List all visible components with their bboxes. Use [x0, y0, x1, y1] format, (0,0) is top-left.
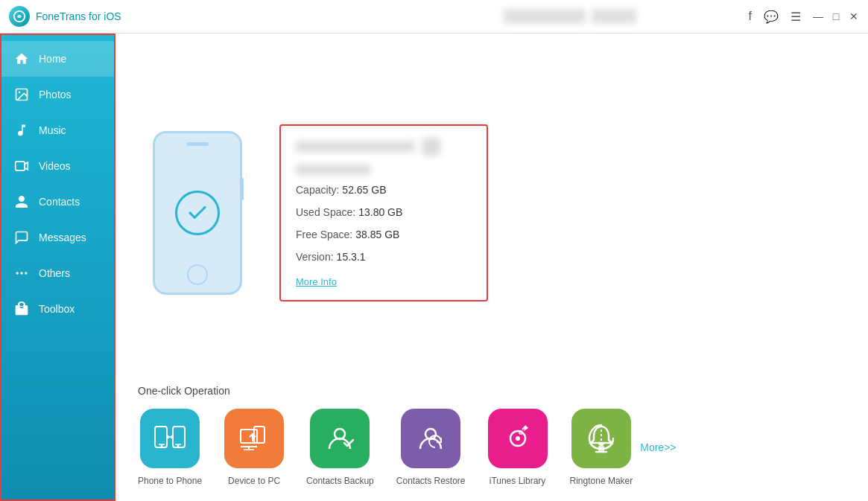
op-itunes-library[interactable]: iTunes Library — [488, 409, 548, 486]
phone-connected-indicator — [175, 191, 220, 235]
capacity-value: 52.65 GB — [342, 184, 386, 196]
app-logo — [9, 6, 30, 27]
op-contacts-backup-icon — [310, 409, 370, 468]
device-section: Capacity: 52.65 GB Used Space: 13.80 GB … — [138, 48, 846, 377]
capacity-row: Capacity: 52.65 GB — [296, 184, 472, 196]
sidebar-item-others-label: Others — [39, 267, 70, 279]
svg-point-4 — [16, 272, 19, 274]
sidebar-item-music-label: Music — [39, 124, 66, 136]
op-device-to-pc[interactable]: Device to PC — [224, 409, 284, 486]
svg-rect-3 — [16, 162, 25, 170]
sidebar-item-toolbox-label: Toolbox — [39, 303, 75, 315]
others-icon — [13, 265, 30, 281]
free-space-value: 38.85 GB — [355, 229, 399, 240]
window-controls: f 💬 ☰ — □ ✕ — [749, 10, 859, 24]
sidebar-item-others[interactable]: Others — [1, 255, 114, 291]
free-space-label: Free Space: — [296, 229, 352, 240]
op-itunes-library-icon — [488, 409, 548, 468]
svg-point-2 — [19, 92, 20, 94]
device-detail-blur — [296, 165, 370, 175]
op-contacts-restore[interactable]: Contacts Restore — [396, 409, 466, 486]
operations-section: One-click Operation — [138, 377, 846, 486]
svg-point-5 — [20, 272, 22, 274]
more-info-link[interactable]: More Info — [296, 276, 337, 287]
svg-point-11 — [161, 445, 163, 447]
device-name-blur — [296, 141, 415, 152]
app-title: FoneTrans for iOS — [36, 10, 392, 22]
operation-grid: Phone to Phone — [138, 409, 633, 486]
svg-point-22 — [516, 436, 520, 441]
chat-icon[interactable]: 💬 — [764, 10, 779, 24]
sidebar: Home Photos Music — [0, 33, 115, 501]
sidebar-item-photos[interactable]: Photos — [1, 77, 114, 112]
os-window-controls: — □ ✕ — [813, 11, 859, 22]
device-info-header — [296, 138, 472, 156]
maximize-button[interactable]: □ — [831, 11, 841, 22]
op-ringtone-maker-label: Ringtone Maker — [570, 476, 633, 486]
minimize-button[interactable]: — — [813, 11, 823, 22]
content-area: Capacity: 52.65 GB Used Space: 13.80 GB … — [115, 33, 868, 501]
version-row: Version: 15.3.1 — [296, 251, 472, 263]
used-space-value: 13.80 GB — [358, 206, 402, 218]
facebook-icon[interactable]: f — [749, 10, 752, 23]
op-device-to-pc-icon — [224, 409, 284, 468]
op-phone-to-phone-icon — [140, 409, 200, 468]
phone-illustration — [138, 131, 257, 295]
svg-point-6 — [25, 272, 27, 274]
toolbox-icon — [13, 301, 30, 317]
op-contacts-backup[interactable]: Contacts Backup — [306, 409, 374, 486]
free-space-row: Free Space: 38.85 GB — [296, 229, 472, 240]
op-ringtone-maker-icon — [571, 409, 631, 468]
sidebar-item-contacts-label: Contacts — [39, 196, 80, 208]
more-operations-link[interactable]: More>> — [640, 441, 676, 453]
device-detail-blurred — [592, 9, 636, 24]
used-space-label: Used Space: — [296, 206, 355, 218]
sidebar-item-home-label: Home — [39, 53, 66, 65]
op-contacts-restore-label: Contacts Restore — [396, 476, 466, 486]
phone-home-button — [187, 264, 208, 285]
version-label: Version: — [296, 251, 334, 263]
music-icon — [13, 122, 30, 138]
titlebar-center — [392, 9, 748, 24]
sidebar-item-messages[interactable]: Messages — [1, 220, 114, 255]
sidebar-item-messages-label: Messages — [39, 232, 86, 243]
device-name-blurred — [504, 9, 586, 24]
op-ringtone-maker[interactable]: Ringtone Maker — [570, 409, 633, 486]
device-info-card: Capacity: 52.65 GB Used Space: 13.80 GB … — [279, 124, 488, 301]
sidebar-item-videos[interactable]: Videos — [1, 148, 114, 184]
contacts-icon — [13, 194, 30, 210]
sidebar-item-photos-label: Photos — [39, 89, 72, 100]
capacity-label: Capacity: — [296, 184, 339, 196]
used-space-row: Used Space: 13.80 GB — [296, 206, 472, 218]
op-itunes-library-label: iTunes Library — [490, 476, 546, 486]
titlebar: FoneTrans for iOS f 💬 ☰ — □ ✕ — [0, 0, 868, 33]
home-icon — [13, 51, 30, 67]
op-contacts-restore-icon — [401, 409, 460, 468]
phone-speaker — [186, 142, 209, 146]
op-contacts-backup-label: Contacts Backup — [306, 476, 374, 486]
sidebar-item-contacts[interactable]: Contacts — [1, 184, 114, 220]
sidebar-item-music[interactable]: Music — [1, 112, 114, 148]
svg-point-12 — [177, 445, 180, 447]
close-button[interactable]: ✕ — [849, 11, 859, 22]
photos-icon — [13, 86, 30, 103]
sidebar-item-toolbox[interactable]: Toolbox — [1, 291, 114, 327]
messages-icon — [13, 229, 30, 246]
phone-side-button — [241, 178, 244, 200]
videos-icon — [13, 158, 30, 174]
version-value: 15.3.1 — [337, 251, 366, 263]
menu-icon[interactable]: ☰ — [791, 10, 801, 24]
op-phone-to-phone-label: Phone to Phone — [138, 476, 202, 486]
operations-row: Phone to Phone — [138, 409, 846, 486]
operations-title: One-click Operation — [138, 385, 846, 397]
sidebar-item-home[interactable]: Home — [1, 41, 114, 77]
main-layout: Home Photos Music — [0, 33, 868, 501]
op-phone-to-phone[interactable]: Phone to Phone — [138, 409, 202, 486]
phone-frame — [153, 131, 242, 295]
op-device-to-pc-label: Device to PC — [228, 476, 280, 486]
sidebar-item-videos-label: Videos — [39, 160, 71, 172]
device-icon-blur — [422, 138, 440, 156]
